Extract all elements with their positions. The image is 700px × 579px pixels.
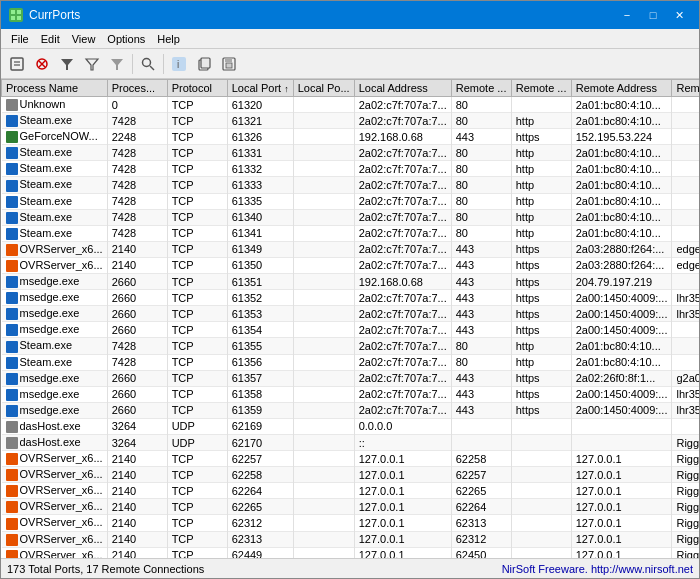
menu-view[interactable]: View xyxy=(66,31,102,46)
table-cell: 2a02:c7f:707a:7... xyxy=(354,225,451,241)
table-row[interactable]: Steam.exe7428TCP613312a02:c7f:707a:7...8… xyxy=(2,145,700,161)
toolbar-properties-btn[interactable] xyxy=(5,52,29,76)
table-row[interactable]: Steam.exe7428TCP613402a02:c7f:707a:7...8… xyxy=(2,209,700,225)
table-cell: https xyxy=(511,322,571,338)
table-row[interactable]: OVRServer_x6...2140TCP62449127.0.0.16245… xyxy=(2,547,700,558)
table-row[interactable]: msedge.exe2660TCP613522a02:c7f:707a:7...… xyxy=(2,290,700,306)
col-remote-address[interactable]: Remote Address xyxy=(571,80,672,97)
table-row[interactable]: msedge.exe2660TCP613542a02:c7f:707a:7...… xyxy=(2,322,700,338)
table-cell: 62312 xyxy=(451,531,511,547)
col-pid[interactable]: Proces... xyxy=(107,80,167,97)
table-row[interactable]: OVRServer_x6...2140TCP62313127.0.0.16231… xyxy=(2,531,700,547)
table-cell: 2660 xyxy=(107,290,167,306)
table-cell: UDP xyxy=(167,418,227,434)
table-row[interactable]: msedge.exe2660TCP613592a02:c7f:707a:7...… xyxy=(2,402,700,418)
col-remote-host[interactable]: Remote Host Nam... xyxy=(672,80,699,97)
col-local-po[interactable]: Local Po... xyxy=(293,80,354,97)
table-row[interactable]: dasHost.exe3264UDP621690.0.0.0 xyxy=(2,418,700,434)
table-cell: TCP xyxy=(167,402,227,418)
table-row[interactable]: Steam.exe7428TCP613412a02:c7f:707a:7...8… xyxy=(2,225,700,241)
table-cell: 62257 xyxy=(451,467,511,483)
table-cell: msedge.exe xyxy=(2,322,108,338)
table-row[interactable]: msedge.exe2660TCP61351192.168.0.68443htt… xyxy=(2,274,700,290)
table-cell: https xyxy=(511,257,571,273)
table-row[interactable]: GeForceNOW...2248TCP61326192.168.0.68443… xyxy=(2,129,700,145)
table-row[interactable]: Steam.exe7428TCP613562a02:c7f:707a:7...8… xyxy=(2,354,700,370)
table-row[interactable]: OVRServer_x6...2140TCP62264127.0.0.16226… xyxy=(2,483,700,499)
table-cell: 127.0.0.1 xyxy=(571,451,672,467)
table-row[interactable]: OVRServer_x6...2140TCP613502a02:c7f:707a… xyxy=(2,257,700,273)
table-row[interactable]: OVRServer_x6...2140TCP62265127.0.0.16226… xyxy=(2,499,700,515)
table-cell: TCP xyxy=(167,306,227,322)
table-row[interactable]: dasHost.exe3264UDP62170::Riggus xyxy=(2,434,700,450)
toolbar-filter-btn[interactable] xyxy=(55,52,79,76)
svg-marker-10 xyxy=(61,59,73,70)
data-table-container[interactable]: Process Name Proces... Protocol Local Po… xyxy=(1,79,699,558)
table-cell xyxy=(672,145,699,161)
table-row[interactable]: OVRServer_x6...2140TCP62312127.0.0.16231… xyxy=(2,515,700,531)
col-protocol[interactable]: Protocol xyxy=(167,80,227,97)
col-remote-p2[interactable]: Remote ... xyxy=(511,80,571,97)
col-local-port[interactable]: Local Port↑ xyxy=(227,80,293,97)
svg-rect-21 xyxy=(226,63,232,68)
table-cell: 2660 xyxy=(107,402,167,418)
table-row[interactable]: OVRServer_x6...2140TCP62258127.0.0.16225… xyxy=(2,467,700,483)
table-cell: 204.79.197.219 xyxy=(571,274,672,290)
table-cell: 2140 xyxy=(107,547,167,558)
table-row[interactable]: Steam.exe7428TCP613332a02:c7f:707a:7...8… xyxy=(2,177,700,193)
toolbar-close-btn[interactable] xyxy=(30,52,54,76)
close-button[interactable]: ✕ xyxy=(667,5,691,25)
toolbar-search-btn[interactable] xyxy=(136,52,160,76)
menu-options[interactable]: Options xyxy=(101,31,151,46)
table-row[interactable]: msedge.exe2660TCP613572a02:c7f:707a:7...… xyxy=(2,370,700,386)
table-cell: 61331 xyxy=(227,145,293,161)
col-process-name[interactable]: Process Name xyxy=(2,80,108,97)
table-cell: 2a01:bc80:4:10... xyxy=(571,145,672,161)
table-cell: TCP xyxy=(167,354,227,370)
table-cell: Riggus xyxy=(672,547,699,558)
table-cell xyxy=(293,161,354,177)
toolbar-info-btn[interactable]: i xyxy=(167,52,191,76)
maximize-button[interactable]: □ xyxy=(641,5,665,25)
table-row[interactable]: OVRServer_x6...2140TCP613492a02:c7f:707a… xyxy=(2,241,700,257)
table-cell: 127.0.0.1 xyxy=(354,499,451,515)
table-cell: 2a00:1450:4009:... xyxy=(571,322,672,338)
table-cell: 62313 xyxy=(451,515,511,531)
table-cell: 62258 xyxy=(451,451,511,467)
menu-edit[interactable]: Edit xyxy=(35,31,66,46)
table-row[interactable]: Steam.exe7428TCP613212a02:c7f:707a:7...8… xyxy=(2,113,700,129)
table-cell xyxy=(511,467,571,483)
table-row[interactable]: Steam.exe7428TCP613552a02:c7f:707a:7...8… xyxy=(2,338,700,354)
menu-file[interactable]: File xyxy=(5,31,35,46)
toolbar-filter3-btn[interactable] xyxy=(105,52,129,76)
col-local-address[interactable]: Local Address xyxy=(354,80,451,97)
toolbar-save-btn[interactable] xyxy=(217,52,241,76)
window-controls: − □ ✕ xyxy=(615,5,691,25)
table-row[interactable]: OVRServer_x6...2140TCP62257127.0.0.16225… xyxy=(2,451,700,467)
table-row[interactable]: Unknown0TCP613202a02:c7f:707a:7...802a01… xyxy=(2,97,700,113)
table-cell xyxy=(293,402,354,418)
table-cell: 2a01:bc80:4:10... xyxy=(571,161,672,177)
table-cell: 2a02:c7f:707a:7... xyxy=(354,322,451,338)
table-cell xyxy=(672,338,699,354)
table-row[interactable]: msedge.exe2660TCP613532a02:c7f:707a:7...… xyxy=(2,306,700,322)
table-cell: TCP xyxy=(167,322,227,338)
table-row[interactable]: Steam.exe7428TCP613322a02:c7f:707a:7...8… xyxy=(2,161,700,177)
toolbar: i xyxy=(1,49,699,79)
minimize-button[interactable]: − xyxy=(615,5,639,25)
table-cell: 61341 xyxy=(227,225,293,241)
toolbar-filter2-btn[interactable] xyxy=(80,52,104,76)
table-row[interactable]: Steam.exe7428TCP613352a02:c7f:707a:7...8… xyxy=(2,193,700,209)
table-cell: OVRServer_x6... xyxy=(2,257,108,273)
table-cell: 61351 xyxy=(227,274,293,290)
menu-bar: File Edit View Options Help xyxy=(1,29,699,49)
col-remote-p[interactable]: Remote ... xyxy=(451,80,511,97)
table-cell: msedge.exe xyxy=(2,306,108,322)
toolbar-copy-btn[interactable] xyxy=(192,52,216,76)
menu-help[interactable]: Help xyxy=(151,31,186,46)
table-row[interactable]: msedge.exe2660TCP613582a02:c7f:707a:7...… xyxy=(2,386,700,402)
table-cell xyxy=(293,418,354,434)
table-cell: 443 xyxy=(451,290,511,306)
table-cell: http xyxy=(511,209,571,225)
table-cell xyxy=(672,418,699,434)
